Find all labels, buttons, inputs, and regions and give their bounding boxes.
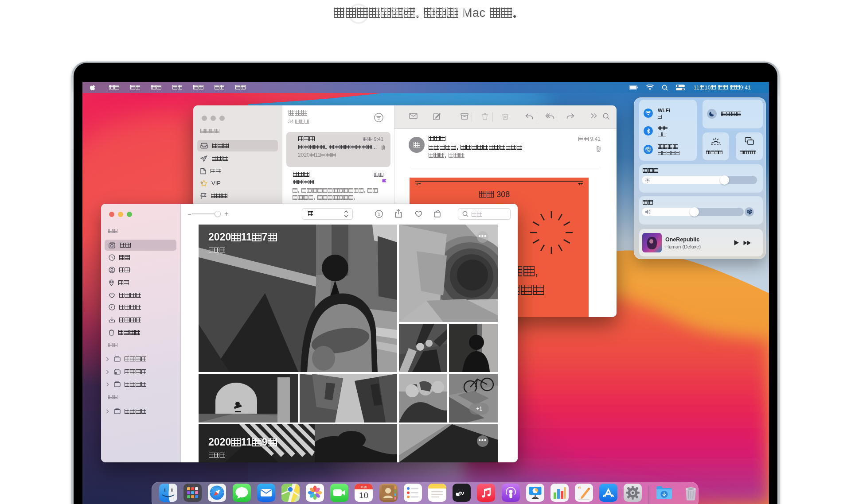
svg-text:tv: tv [459,490,465,496]
svg-text:10: 10 [359,491,368,500]
svg-text:11月: 11月 [360,485,367,489]
svg-text:“: “ [578,485,581,492]
